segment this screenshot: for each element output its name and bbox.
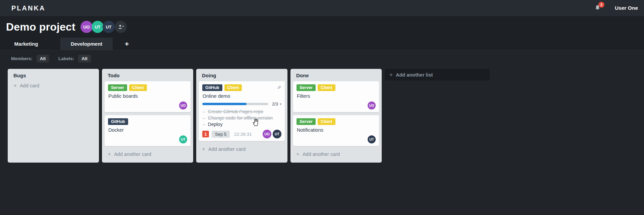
project-header: Demo project UOUTUT [0,16,644,38]
board-list: Bugs + Add card [8,69,99,163]
list-title[interactable]: Bugs [8,69,99,81]
user-menu[interactable]: User One [615,5,638,11]
add-card-label: Add another card [208,146,246,152]
plus-icon: + [202,146,205,153]
progress-bar [202,103,268,105]
list-title[interactable]: Todo [102,69,193,81]
plus-icon: + [389,72,393,78]
card-label-github: GitHub [108,118,128,125]
add-card-label: Add another card [303,152,340,157]
due-date-chip[interactable]: Sep 5 [212,131,230,138]
planka-logo[interactable]: PLANKA [11,4,45,12]
card-label-server: Server [108,84,127,91]
notification-count-badge: 2 [598,2,604,8]
list-cards: GitHubClient Online demo ✎2/3▾–Create Gi… [196,81,287,141]
tasks-toggle[interactable]: 2/3▾ [272,101,281,106]
card-title: Public boards [108,93,187,99]
card-labels: ServerClient [108,84,187,91]
board-list: Done ServerClient Filters UO ServerClien… [290,69,382,163]
card-label-server: Server [297,84,316,91]
labels-filter-value[interactable]: All [78,55,91,62]
card-label-client: Client [129,84,147,91]
card-label-github: GitHub [202,84,222,91]
edit-pencil-icon[interactable]: ✎ [277,85,281,91]
card-label-client: Client [318,84,335,91]
card-member-avatar: UO [368,101,376,110]
task-item: –Create GitHub Pages repo [203,109,281,114]
list-cards: ServerClient Filters UO ServerClient Not… [290,81,382,146]
card-title: Docker [108,127,187,133]
card-member-avatar: UO [179,101,187,110]
add-card-label: Add card [20,83,39,88]
board-list: Todo ServerClient Public boards UO GitHu… [102,69,193,163]
card-labels: GitHubClient [202,84,281,91]
labels-filter-label: Labels: [58,56,74,61]
card-member-avatar: UO [263,130,271,138]
list-title[interactable]: Done [290,69,382,81]
card-member-avatar: UT [368,135,376,143]
add-card-button[interactable]: + Add another card [196,144,287,157]
person-add-icon [117,24,124,30]
project-member-avatar[interactable]: UT [103,21,115,33]
add-card-button[interactable]: + Add another card [290,149,382,162]
task-text: Deploy [208,122,223,127]
notifications-button[interactable]: 2 [594,4,601,12]
add-member-button[interactable] [115,21,127,33]
chevron-down-icon: ▾ [280,102,281,106]
card-member-avatar: UT [273,130,281,138]
task-dash-icon: – [203,122,205,127]
project-member-avatar[interactable]: UT [92,21,104,33]
list-title[interactable]: Doing [196,69,287,81]
project-title[interactable]: Demo project [6,21,75,33]
card-members: UT [108,135,187,143]
board-list: Doing GitHubClient Online demo ✎2/3▾–Cre… [196,69,287,163]
card-members: UO [108,101,187,110]
card[interactable]: ServerClient Filters UO [293,81,379,112]
list-cards: ServerClient Public boards UO GitHub Doc… [102,81,193,146]
task-dash-icon: – [203,109,205,114]
tasks-progress: 2/3▾ [202,101,281,106]
card[interactable]: ServerClient Public boards UO [105,81,191,112]
card-labels: ServerClient [297,84,376,91]
add-list-button[interactable]: + Add another list [385,69,490,81]
card-title: Notifications [297,127,376,133]
plus-icon: + [296,151,300,158]
card-members: UO [297,101,376,110]
tab-marketing[interactable]: Marketing [0,38,52,50]
card-labels: GitHub [108,118,187,125]
card-title: Online demo [203,93,281,99]
members-filter-value[interactable]: All [37,55,49,62]
tab-development[interactable]: Development [60,38,113,50]
card[interactable]: GitHubClient Online demo ✎2/3▾–Create Gi… [199,81,285,141]
add-list-label: Add another list [396,72,433,78]
filters-bar: Members: All Labels: All [0,50,644,64]
members-filter-label: Members: [11,56,33,61]
project-member-avatar[interactable]: UO [80,21,93,33]
add-card-button[interactable]: + Add card [8,81,99,93]
card[interactable]: ServerClient Notifications UT [293,115,379,146]
card-members: UT [297,135,376,143]
card-timer[interactable]: 22:26:31 [234,132,252,137]
boards-tabs: Marketing Development + [0,38,644,50]
add-card-label: Add another card [114,152,151,157]
topbar: PLANKA 2 User One [0,0,644,16]
add-board-button[interactable]: + [121,38,133,50]
card-member-avatar: UT [179,135,187,143]
task-item: –Change code for offline version [203,115,281,121]
card-label-client: Client [224,84,242,91]
card-labels: ServerClient [297,118,376,125]
progress-fill [202,103,247,105]
add-card-button[interactable]: + Add another card [102,149,193,162]
board-lists: Bugs + Add card Todo ServerClient Public… [8,69,385,163]
task-item: –Deploy [203,122,281,127]
task-text: Create GitHub Pages repo [208,109,263,114]
card-title: Filters [297,93,376,99]
board: Bugs + Add card Todo ServerClient Public… [0,64,644,163]
project-members: UOUTUT [82,21,127,33]
task-text: Change code for offline version [208,115,273,121]
card[interactable]: GitHub Docker UT [105,115,191,146]
bell-icon [594,7,601,13]
card-notification-badge: 1 [202,131,209,137]
plus-icon: + [13,82,17,89]
card-label-client: Client [318,118,335,125]
